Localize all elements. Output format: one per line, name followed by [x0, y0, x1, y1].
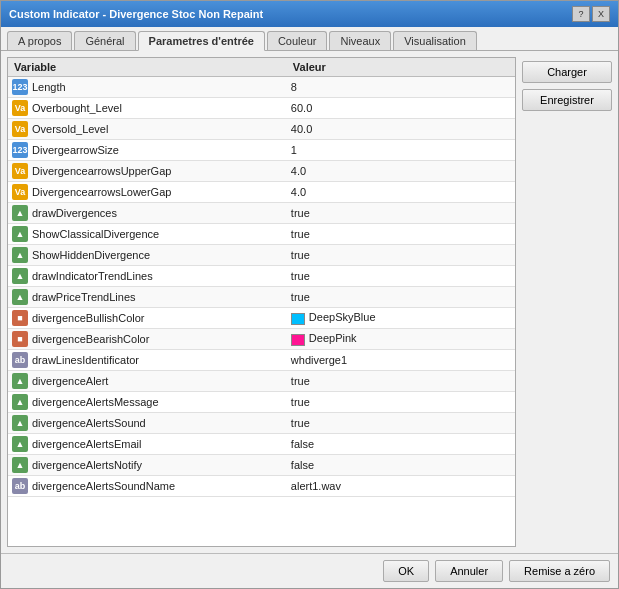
bool-type-icon: ▲: [12, 373, 28, 389]
tab-niveaux[interactable]: Niveaux: [329, 31, 391, 50]
param-name: drawIndicatorTrendLines: [32, 270, 153, 282]
val-type-icon: Va: [12, 163, 28, 179]
val-type-icon: Va: [12, 121, 28, 137]
param-name: Oversold_Level: [32, 123, 108, 135]
bool-type-icon: ▲: [12, 457, 28, 473]
window-title: Custom Indicator - Divergence Stoc Non R…: [9, 8, 263, 20]
param-value: true: [287, 371, 515, 392]
param-value: DeepSkyBlue: [287, 308, 515, 329]
param-name: ShowHiddenDivergence: [32, 249, 150, 261]
table-row[interactable]: ▲drawDivergencestrue: [8, 203, 515, 224]
param-value: DeepPink: [287, 329, 515, 350]
param-value: false: [287, 434, 515, 455]
param-name: drawPriceTrendLines: [32, 291, 136, 303]
table-row[interactable]: ▲divergenceAlertsEmailfalse: [8, 434, 515, 455]
ab-type-icon: ab: [12, 478, 28, 494]
tab-params[interactable]: Parametres d'entrée: [138, 31, 265, 51]
param-name: DivergencearrowsLowerGap: [32, 186, 171, 198]
param-value: true: [287, 287, 515, 308]
param-value: true: [287, 224, 515, 245]
val-type-icon: Va: [12, 100, 28, 116]
bool-type-icon: ▲: [12, 205, 28, 221]
table-row[interactable]: 123DivergearrowSize1: [8, 140, 515, 161]
tabs-row: A propos Général Parametres d'entrée Cou…: [1, 27, 618, 51]
table-row[interactable]: VaDivergencearrowsLowerGap4.0: [8, 182, 515, 203]
close-button[interactable]: X: [592, 6, 610, 22]
table-row[interactable]: VaOverbought_Level60.0: [8, 98, 515, 119]
param-name: divergenceAlertsSoundName: [32, 480, 175, 492]
table-row[interactable]: ▲drawIndicatorTrendLinestrue: [8, 266, 515, 287]
param-name: Length: [32, 81, 66, 93]
bool-type-icon: ▲: [12, 247, 28, 263]
charger-button[interactable]: Charger: [522, 61, 612, 83]
table-row[interactable]: ▲drawPriceTrendLinestrue: [8, 287, 515, 308]
param-name: drawLinesIdentificator: [32, 354, 139, 366]
tab-apropos[interactable]: A propos: [7, 31, 72, 50]
param-name: DivergencearrowsUpperGap: [32, 165, 171, 177]
param-value: 4.0: [287, 182, 515, 203]
param-name: Overbought_Level: [32, 102, 122, 114]
table-row[interactable]: abdivergenceAlertsSoundNamealert1.wav: [8, 476, 515, 497]
table-row[interactable]: ▲divergenceAlerttrue: [8, 371, 515, 392]
table-row[interactable]: ▲divergenceAlertsNotifyfalse: [8, 455, 515, 476]
param-name: divergenceAlert: [32, 375, 108, 387]
bool-type-icon: ▲: [12, 436, 28, 452]
param-name: drawDivergences: [32, 207, 117, 219]
param-value: true: [287, 392, 515, 413]
color-swatch: [291, 313, 305, 325]
bool-type-icon: ▲: [12, 268, 28, 284]
table-row[interactable]: ▲divergenceAlertsMessagetrue: [8, 392, 515, 413]
param-value: true: [287, 245, 515, 266]
col-variable: Variable: [8, 58, 287, 77]
param-value: false: [287, 455, 515, 476]
table-row[interactable]: abdrawLinesIdentificatorwhdiverge1: [8, 350, 515, 371]
param-name: ShowClassicalDivergence: [32, 228, 159, 240]
remise-button[interactable]: Remise a zéro: [509, 560, 610, 582]
table-row[interactable]: ■divergenceBullishColorDeepSkyBlue: [8, 308, 515, 329]
param-name: divergenceAlertsMessage: [32, 396, 159, 408]
val-type-icon: Va: [12, 184, 28, 200]
annuler-button[interactable]: Annuler: [435, 560, 503, 582]
title-buttons: ? X: [572, 6, 610, 22]
param-name: DivergearrowSize: [32, 144, 119, 156]
bool-type-icon: ▲: [12, 289, 28, 305]
param-value: 40.0: [287, 119, 515, 140]
param-value: true: [287, 266, 515, 287]
param-name: divergenceAlertsSound: [32, 417, 146, 429]
table-row[interactable]: VaDivergencearrowsUpperGap4.0: [8, 161, 515, 182]
table-row[interactable]: 123Length8: [8, 77, 515, 98]
enregistrer-button[interactable]: Enregistrer: [522, 89, 612, 111]
table-row[interactable]: ▲ShowClassicalDivergencetrue: [8, 224, 515, 245]
param-value: 4.0: [287, 161, 515, 182]
table-row[interactable]: ■divergenceBearishColorDeepPink: [8, 329, 515, 350]
main-window: Custom Indicator - Divergence Stoc Non R…: [0, 0, 619, 589]
param-value: true: [287, 413, 515, 434]
title-bar: Custom Indicator - Divergence Stoc Non R…: [1, 1, 618, 27]
table-row[interactable]: ▲ShowHiddenDivergencetrue: [8, 245, 515, 266]
ok-button[interactable]: OK: [383, 560, 429, 582]
params-table-container: Variable Valeur 123Length8VaOverbought_L…: [7, 57, 516, 547]
tab-general[interactable]: Général: [74, 31, 135, 50]
tab-visualisation[interactable]: Visualisation: [393, 31, 477, 50]
int-type-icon: 123: [12, 142, 28, 158]
bool-type-icon: ▲: [12, 415, 28, 431]
int-type-icon: 123: [12, 79, 28, 95]
param-value: 1: [287, 140, 515, 161]
param-value: 60.0: [287, 98, 515, 119]
bool-type-icon: ▲: [12, 226, 28, 242]
params-table: Variable Valeur 123Length8VaOverbought_L…: [8, 58, 515, 497]
col-valeur: Valeur: [287, 58, 515, 77]
ab-type-icon: ab: [12, 352, 28, 368]
param-value: whdiverge1: [287, 350, 515, 371]
color-swatch: [291, 334, 305, 346]
bool-type-icon: ▲: [12, 394, 28, 410]
bottom-bar: OK Annuler Remise a zéro: [1, 553, 618, 588]
color-type-icon: ■: [12, 310, 28, 326]
table-row[interactable]: VaOversold_Level40.0: [8, 119, 515, 140]
table-row[interactable]: ▲divergenceAlertsSoundtrue: [8, 413, 515, 434]
content-area: Variable Valeur 123Length8VaOverbought_L…: [1, 51, 618, 553]
help-button[interactable]: ?: [572, 6, 590, 22]
tab-couleur[interactable]: Couleur: [267, 31, 328, 50]
param-value: alert1.wav: [287, 476, 515, 497]
color-type-icon: ■: [12, 331, 28, 347]
